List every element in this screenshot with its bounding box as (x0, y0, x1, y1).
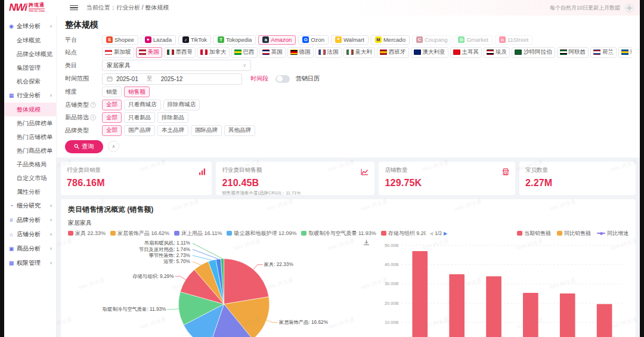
date-from-value[interactable]: 2025-01 (116, 76, 138, 82)
platform-chip-coupang[interactable]: CCoupang (412, 35, 452, 45)
platform-chip-gmarket[interactable]: GGmarket (454, 35, 492, 45)
pie-legend-item[interactable]: 家具 22.33% (68, 230, 106, 237)
time-segment-link[interactable]: 时间段 (250, 75, 268, 83)
bar-legend-item[interactable]: 同比销售额 (557, 230, 591, 237)
platform-chip-amazon[interactable]: aAmazon (258, 35, 296, 45)
brand-type-chip-本土品牌[interactable]: 本土品牌 (157, 125, 188, 136)
sidebar-item-自定义市场[interactable]: 自定义市场 (4, 171, 56, 185)
site-chip-荷兰[interactable]: 荷兰 (590, 47, 617, 58)
date-range-picker[interactable]: 2025-01至2025-12 (102, 73, 242, 85)
sidebar-item-属性分析[interactable]: 属性分析 (4, 185, 56, 199)
site-chip-巴西[interactable]: 巴西 (231, 47, 258, 58)
pie-legend-item[interactable]: 存储与组织 9.29% (381, 230, 426, 237)
sidebar-section-全球分析[interactable]: ◉全球分析∧ (4, 19, 56, 33)
sidebar-section-商品分析[interactable]: ▣商品分析∨ (4, 242, 56, 256)
sidebar-section-权限管理[interactable]: ▩权限管理∨ (4, 256, 56, 270)
store-type-chip-只看商城店[interactable]: 只看商城店 (124, 100, 161, 110)
site-chip-瑞典[interactable]: 瑞典 (618, 47, 631, 58)
sidebar-section-店铺分析[interactable]: ⌂店铺分析∨ (4, 227, 56, 242)
bar-legend-item[interactable]: 同比增速 (597, 230, 628, 237)
query-button[interactable]: 查询 (65, 140, 103, 153)
help-icon[interactable]: ? (90, 115, 96, 120)
sidebar-item-全球概览[interactable]: 全球概览 (4, 33, 56, 47)
bar-床上用品[interactable] (486, 276, 501, 337)
menu-toggle-icon[interactable] (70, 5, 78, 11)
chevron-down-icon: ∨ (49, 246, 54, 251)
sidebar-item-品牌全球概览[interactable]: 品牌全球概览 (4, 47, 56, 61)
brand-type-chip-国产品牌[interactable]: 国产品牌 (124, 125, 155, 136)
site-chip-墨西哥[interactable]: 墨西哥 (164, 47, 196, 58)
bar-chart-panel: 50.00B40.00B30.00B20.00B10.00B0.00家具家居装饰… (371, 239, 628, 337)
platform-chip-ozon[interactable]: OOzon (298, 35, 329, 45)
site-chip-澳大利亚[interactable]: 澳大利亚 (411, 47, 448, 58)
site-chip-美国[interactable]: 美国 (136, 47, 162, 58)
site-chip-阿联酋[interactable]: 阿联酋 (557, 47, 589, 58)
site-chip-西班牙[interactable]: 西班牙 (377, 47, 409, 58)
chip-label: 沙特阿拉伯 (524, 48, 552, 56)
brand-type-chip-全部[interactable]: 全部 (102, 125, 122, 136)
sidebar-section-label: 行业分析 (17, 91, 47, 100)
site-chip-埃及[interactable]: 埃及 (484, 47, 510, 58)
site-chip-沙特阿拉伯[interactable]: 沙特阿拉伯 (512, 47, 555, 58)
site-chip-新加坡[interactable]: 新加坡 (102, 47, 134, 58)
category-select[interactable]: 家居家具∨ (102, 60, 251, 71)
breadcrumb-path[interactable]: 行业分析 / 整体规模 (116, 4, 169, 11)
brand-type-chip-国际品牌[interactable]: 国际品牌 (191, 125, 222, 136)
brand-type-chip-其他品牌[interactable]: 其他品牌 (224, 125, 255, 136)
help-icon[interactable]: ? (90, 102, 96, 108)
collapse-filters-button[interactable]: ∧ (108, 141, 119, 152)
bar-家具[interactable] (412, 251, 428, 337)
pie-legend-item[interactable]: 吸尘器和地板护理 12.09% (227, 230, 296, 237)
sidebar-item-集团管理[interactable]: 集团管理 (4, 61, 56, 75)
bar-legend-item[interactable]: 当期销售额 (517, 230, 551, 237)
marketing-calendar-toggle[interactable] (275, 75, 290, 83)
legend-swatch (517, 231, 522, 236)
chevron-up-icon: ∧ (49, 24, 54, 29)
site-chip-加拿大[interactable]: 加拿大 (197, 47, 230, 58)
store-type-chip-排除商城店[interactable]: 排除商城店 (163, 100, 200, 110)
settings-icon[interactable] (625, 4, 634, 13)
platform-chip-tiktok[interactable]: ♪TikTok (178, 35, 211, 45)
site-chip-法国[interactable]: 法国 (315, 47, 342, 58)
site-chip-英国[interactable]: 英国 (259, 47, 286, 58)
bar-吸尘器和地板护理[interactable] (523, 292, 538, 337)
new-product-chip-排除新品[interactable]: 排除新品 (157, 112, 188, 123)
legend-next-icon[interactable]: ▶ (444, 231, 447, 236)
platform-chip-lazada[interactable]: ♥Lazada (141, 35, 176, 45)
download-chart-icon[interactable] (363, 237, 370, 248)
dimension-chip-销量[interactable]: 销量 (102, 86, 122, 97)
sidebar-section-品牌分析[interactable]: ♕品牌分析∨ (4, 213, 56, 227)
pie-slice-家具[interactable] (224, 258, 269, 304)
sidebar-section-细分研究[interactable]: ◔细分研究∨ (4, 199, 56, 213)
platform-chip-shopee[interactable]: SShopee (102, 35, 138, 45)
date-to-value[interactable]: 2025-12 (161, 76, 183, 82)
pie-legend-item[interactable]: 取暖制冷与空气质量 11.93% (301, 230, 376, 237)
site-chip-意大利[interactable]: 意大利 (343, 47, 376, 58)
pie-legend-item[interactable]: 家居装饰产品 16.62% (110, 230, 169, 237)
site-chip-土耳其[interactable]: 土耳其 (450, 47, 482, 58)
platform-chip-tokopedia[interactable]: TTokopedia (213, 35, 256, 45)
site-chip-德国[interactable]: 德国 (287, 47, 314, 58)
sidebar-section-行业分析[interactable]: ▦行业分析∧ (4, 88, 56, 103)
bar-存储与组织[interactable] (596, 304, 612, 337)
store-type-chip-全部[interactable]: 全部 (102, 100, 122, 110)
legend-prev-icon[interactable]: ◀ (429, 231, 433, 236)
bar-取暖制冷与空气质量[interactable] (559, 293, 575, 337)
platform-chip-walmart[interactable]: *Walmart (331, 35, 369, 45)
sidebar-item-子品类格局[interactable]: 子品类格局 (4, 157, 56, 171)
chip-label: 英国 (271, 48, 283, 56)
app-logo[interactable]: NWi 跨境通 NWi EC Data (4, 2, 57, 14)
sidebar-item-整体规模[interactable]: 整体规模 (4, 103, 56, 116)
new-product-chip-只看新品[interactable]: 只看新品 (124, 112, 155, 123)
sidebar-item-热门店铺榜单[interactable]: 热门店铺榜单 (4, 130, 56, 144)
platform-chip-mercado[interactable]: MMercado (371, 35, 410, 45)
platform-chip-11street[interactable]: 1111Street (495, 35, 532, 45)
dimension-chip-销售额[interactable]: 销售额 (124, 86, 150, 97)
pie-legend-item[interactable]: 床上用品 16.11% (174, 230, 222, 237)
new-product-chip-全部[interactable]: 全部 (102, 112, 122, 123)
sidebar-item-热门品牌榜单[interactable]: 热门品牌榜单 (4, 116, 56, 130)
sidebar-item-热门商品榜单[interactable]: 热门商品榜单 (4, 144, 56, 157)
sidebar-item-机会探索[interactable]: 机会探索 (4, 75, 56, 88)
bar-家居装饰产品[interactable] (449, 274, 465, 337)
stat-label: 行业类目销售额 (222, 166, 369, 174)
